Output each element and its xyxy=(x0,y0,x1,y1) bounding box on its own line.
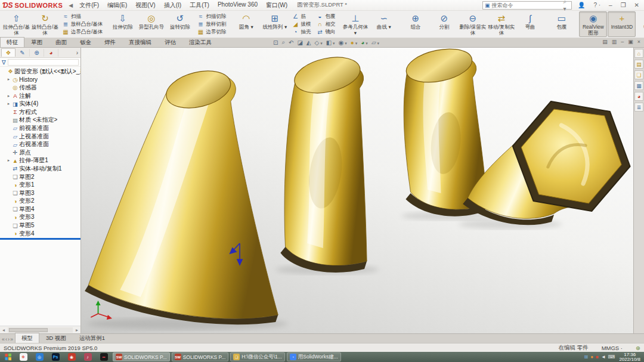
restore-button[interactable]: ❐ xyxy=(618,2,628,8)
tree-item[interactable]: ▱右视基准面 xyxy=(0,140,80,148)
bottom-tab-1[interactable]: 3D 视图 xyxy=(39,333,73,343)
view-palette-tab[interactable]: ▦ xyxy=(634,81,643,90)
tree-item[interactable]: ⇄实体-移动/复制1 xyxy=(0,165,80,173)
scrollbar-track[interactable] xyxy=(8,327,73,333)
hole-wizard-button[interactable]: ◎异型孔向导 xyxy=(137,11,165,37)
boundary-cut-button[interactable]: ▦边界切除 xyxy=(194,28,228,36)
minimize-doc-icon[interactable]: – xyxy=(621,39,624,45)
tab-特征[interactable]: 特征 xyxy=(0,37,24,47)
featuremanager-tab[interactable]: ❖ xyxy=(1,48,16,57)
zoom-fit-icon[interactable]: ⊡ xyxy=(272,39,279,46)
close-button[interactable]: ✕ xyxy=(632,2,642,8)
tab-直接编辑[interactable]: 直接编辑 xyxy=(122,37,158,47)
tab-scroll-icon-3[interactable]: » xyxy=(10,336,13,342)
expand-arrow-icon[interactable]: ▸ xyxy=(6,158,11,163)
graphics-area[interactable]: ⌂▤❏▦◕≣ xyxy=(81,48,644,333)
view-orientation-icon[interactable]: ◇ ▾ xyxy=(314,39,324,46)
tab-焊件[interactable]: 焊件 xyxy=(98,37,122,47)
quick-tips-icon[interactable]: ⊛ xyxy=(636,345,640,351)
apply-scene-icon[interactable]: ◕ ▾ xyxy=(360,39,369,46)
menu-item-4[interactable]: 工具(T) xyxy=(185,0,213,11)
intersect-button[interactable]: ∩相交 xyxy=(314,20,338,28)
expand-arrow-icon[interactable]: ▸ xyxy=(6,77,11,82)
propertymanager-tab[interactable]: ✎ xyxy=(16,49,30,57)
freeze-bar-button[interactable]: ❄特征冻结 xyxy=(639,11,644,37)
taskbar-window-solidworks-1[interactable]: SWSOLIDWORKS P... xyxy=(113,352,170,361)
tray-app-icon[interactable]: ■ xyxy=(596,354,599,360)
restore-doc-icon[interactable]: ▣ xyxy=(628,39,633,45)
tree-item[interactable]: ❏草图3 xyxy=(0,189,80,197)
filter-input[interactable] xyxy=(8,59,79,66)
tree-item[interactable]: ❏草图4 xyxy=(0,205,80,214)
instant3d-button[interactable]: +Instant3D xyxy=(608,11,636,37)
tree-item[interactable]: ◎传感器 xyxy=(0,83,80,92)
tree-item[interactable]: ▤材质 <未指定> xyxy=(0,116,80,125)
zoom-area-icon[interactable]: ⌕ xyxy=(280,39,286,46)
tab-曲面[interactable]: 曲面 xyxy=(49,37,73,47)
fillet-button[interactable]: ◠圆角 ▾ xyxy=(232,11,260,37)
tube-model-4[interactable] xyxy=(463,101,630,225)
user-account-icon[interactable]: 👤 xyxy=(575,2,587,8)
tube-model-1[interactable] xyxy=(85,65,278,324)
tree-item[interactable]: ◑变形3 xyxy=(0,214,80,222)
previous-view-icon[interactable]: ↶ xyxy=(287,39,295,46)
tree-item[interactable]: ◑变形4 xyxy=(0,230,80,238)
split-button[interactable]: ⊘分割 xyxy=(430,11,458,37)
file-explorer-tab[interactable]: ❏ xyxy=(634,70,643,79)
tube-model-2[interactable] xyxy=(280,51,367,273)
taskbar-app-maroon-icon[interactable]: ♪ xyxy=(80,352,95,361)
tray-user-icon[interactable]: ● xyxy=(590,354,593,360)
combine-button[interactable]: ⊕组合 xyxy=(401,11,429,37)
taskbar-app-red-icon[interactable]: ◉ xyxy=(64,352,79,361)
taskbar-window-chrome[interactable]: ◔用SolidWorks建... xyxy=(287,352,341,361)
tree-item[interactable]: ▱上视基准面 xyxy=(0,132,80,141)
tab-渲染工具[interactable]: 渲染工具 xyxy=(182,37,218,47)
sweep-button[interactable]: ≈扫描 xyxy=(60,13,105,20)
tab-scroll-icon-1[interactable]: ‹ xyxy=(5,336,7,342)
reference-geometry-button[interactable]: ⊥参考几何体 ▾ xyxy=(341,11,369,37)
solidworks-resources-tab[interactable]: ⌂ xyxy=(634,49,643,58)
menu-item-6[interactable]: 窗口(W) xyxy=(262,0,292,11)
tree-item[interactable]: ✛原点 xyxy=(0,148,80,157)
tray-windows-icon[interactable]: ⊞ xyxy=(584,354,589,360)
menu-item-0[interactable]: 文件(F) xyxy=(75,0,103,11)
tab-scroll-icon-2[interactable]: › xyxy=(8,336,10,342)
mirror-button[interactable]: ⇄镜向 xyxy=(314,28,338,36)
menu-item-3[interactable]: 插入(I) xyxy=(160,0,185,11)
draft-button[interactable]: ◢拔模 xyxy=(289,20,313,28)
appearances-scenes-tab[interactable]: ◕ xyxy=(634,92,643,101)
edit-appearance-icon[interactable]: ● ▾ xyxy=(349,39,359,46)
minimize-button[interactable]: – xyxy=(606,2,615,8)
design-library-tab[interactable]: ▤ xyxy=(634,60,643,69)
tab-草图[interactable]: 草图 xyxy=(24,37,49,47)
tree-item[interactable]: ❏草图5 xyxy=(0,221,80,230)
taskbar-app-blue-ring-icon[interactable]: ◎ xyxy=(32,352,47,361)
dynamic-annotation-views-icon[interactable]: ◭ xyxy=(305,39,312,46)
linear-pattern-button[interactable]: ⊞线性阵列 ▾ xyxy=(261,11,289,37)
delete-keep-body-button[interactable]: ⊖删除/保留实体 xyxy=(459,11,487,37)
tab-钣金[interactable]: 钣金 xyxy=(73,37,98,47)
scroll-right-icon[interactable]: ▸ xyxy=(73,327,80,333)
taskbar-photoshop-icon[interactable]: Ps xyxy=(48,352,63,361)
tree-item[interactable]: ▸▲拉伸-薄壁1 xyxy=(0,157,80,165)
extrude-boss-button[interactable]: ⇧拉伸凸台/基体 xyxy=(2,11,30,37)
view-settings-icon[interactable]: ▱ ▾ xyxy=(370,39,380,46)
tab-评估[interactable]: 评估 xyxy=(158,37,182,47)
menu-item-1[interactable]: 编辑(E) xyxy=(103,0,131,11)
taskbar-clock[interactable]: 17:36 2022/10/8 xyxy=(617,352,643,362)
boundary-boss-button[interactable]: ▦边界凸台/基体 xyxy=(60,28,105,36)
search-input[interactable] xyxy=(491,2,561,8)
lofted-cut-button[interactable]: ≣放样切割 xyxy=(194,20,228,28)
displaymanager-tab[interactable]: ◕ xyxy=(44,49,58,57)
expand-arrow-icon[interactable]: ▸ xyxy=(6,101,11,106)
realview-graphics-button[interactable]: ◉RealView 图形 xyxy=(579,11,607,37)
wrap2-button[interactable]: ▭包覆 xyxy=(547,11,575,37)
tile-windows-icon[interactable]: ▥ xyxy=(612,39,617,45)
configurationmanager-tab[interactable]: ⊕ xyxy=(30,49,44,57)
flex-button[interactable]: ∫弯曲 xyxy=(516,11,544,37)
taskbar-window-folder[interactable]: ❏H:\微信公众号\1... xyxy=(230,352,285,361)
taskbar-app-colorful-icon[interactable]: ❖ xyxy=(16,352,30,361)
custom-properties-tab[interactable]: ≣ xyxy=(634,103,643,112)
revolve-boss-button[interactable]: ↻旋转凸台/基体 xyxy=(31,11,59,37)
tree-item[interactable]: ◑变形2 xyxy=(0,197,80,206)
